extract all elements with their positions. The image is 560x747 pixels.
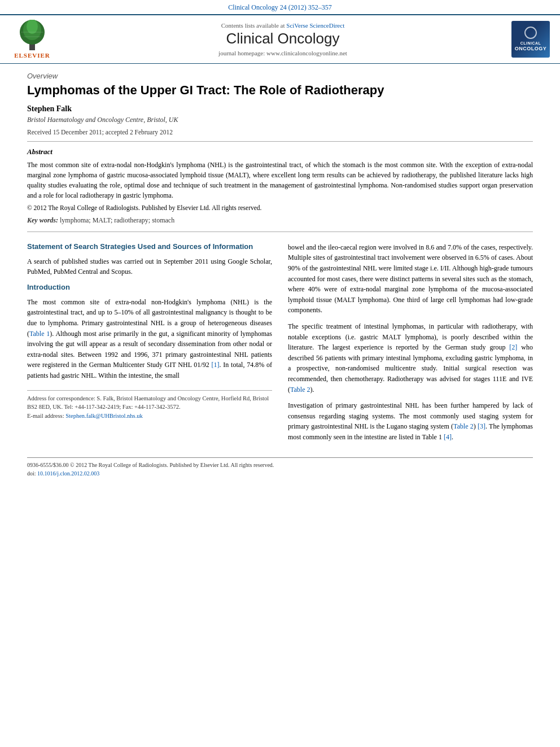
right-para2: The specific treatment of intestinal lym…: [288, 321, 533, 395]
journal-logo-box: Clinical ONCOLOGY: [511, 21, 550, 58]
bottom-left: 0936-6555/$36.00 © 2012 The Royal Colleg…: [27, 461, 274, 478]
elsevier-logo: ELSEVIER: [7, 20, 58, 59]
address-label: Address for correspondence:: [27, 395, 95, 401]
homepage-line: journal homepage: www.clinicaloncologyon…: [63, 50, 502, 56]
email-value[interactable]: Stephen.falk@UHBristol.nhs.uk: [65, 413, 143, 419]
ref3[interactable]: [3]: [478, 422, 485, 430]
bottom-copyright: 0936-6555/$36.00 © 2012 The Royal Colleg…: [27, 461, 274, 469]
main-content: Overview Lymphomas of the Upper GI Tract…: [0, 64, 560, 489]
divider-2: [27, 231, 533, 232]
abstract-text: The most common site of extra-nodal non-…: [27, 160, 533, 200]
top-journal-ref: Clinical Oncology 24 (2012) 352–357: [0, 0, 560, 14]
table1-ref[interactable]: Table 1: [29, 330, 50, 338]
email-label: E-mail address:: [27, 413, 64, 419]
elsevier-tree-icon: [12, 20, 52, 51]
copyright-line: © 2012 The Royal College of Radiologists…: [27, 203, 533, 213]
footnote-area: Address for correspondence: S. Falk, Bri…: [27, 390, 272, 421]
svg-point-3: [27, 20, 38, 34]
right-para3: Investigation of primary gastrointestina…: [288, 400, 533, 442]
journal-title: Clinical Oncology: [63, 30, 502, 47]
section2-para1: The most common site of extra-nodal non-…: [27, 297, 272, 381]
two-column-layout: Statement of Search Strategies Used and …: [27, 242, 533, 448]
footnote-address: Address for correspondence: S. Falk, Bri…: [27, 394, 272, 412]
keywords-values: lymphoma; MALT; radiotherapy; stomach: [60, 216, 174, 224]
doi-label: doi:: [27, 470, 36, 477]
affiliation: Bristol Haematology and Oncology Centre,…: [27, 116, 533, 124]
divider-1: [27, 141, 533, 142]
ref2[interactable]: [2]: [509, 343, 517, 351]
header-center: Contents lists available at SciVerse Sci…: [63, 22, 502, 56]
author-name: Stephen Falk: [27, 104, 533, 113]
keywords-label: Key words:: [27, 216, 58, 224]
journal-logo-right: Clinical ONCOLOGY: [508, 21, 553, 58]
bottom-bar: 0936-6555/$36.00 © 2012 The Royal Colleg…: [27, 457, 533, 478]
logo-circle: [524, 27, 537, 39]
elsevier-label-text: ELSEVIER: [14, 52, 50, 59]
overview-label: Overview: [27, 72, 533, 80]
right-column: bowel and the ileo-caecal region were in…: [288, 242, 533, 448]
section1-text: A search of published studies was carrie…: [27, 256, 272, 277]
footnote-email: E-mail address: Stephen.falk@UHBristol.n…: [27, 412, 272, 421]
section1-heading: Statement of Search Strategies Used and …: [27, 242, 272, 252]
ref4[interactable]: [4]: [444, 433, 452, 441]
article-title: Lymphomas of the Upper GI Tract: The Rol…: [27, 82, 533, 99]
doi-value[interactable]: 10.1016/j.clon.2012.02.003: [37, 470, 99, 477]
keywords-line: Key words: lymphoma; MALT; radiotherapy;…: [27, 216, 533, 225]
journal-header: ELSEVIER Contents lists available at Sci…: [0, 14, 560, 64]
abstract-section: Abstract The most common site of extra-n…: [27, 147, 533, 225]
table2-ref1[interactable]: Table 2: [290, 386, 310, 394]
received-line: Received 15 December 2011; accepted 2 Fe…: [27, 129, 533, 136]
abstract-heading: Abstract: [27, 147, 533, 156]
sciverse-link[interactable]: SciVerse ScienceDirect: [286, 22, 344, 29]
bottom-doi: doi: 10.1016/j.clon.2012.02.003: [27, 469, 274, 478]
sciverse-line: Contents lists available at SciVerse Sci…: [63, 22, 502, 29]
section2-heading: Introduction: [27, 283, 272, 292]
logo-oncology-text: ONCOLOGY: [515, 46, 547, 53]
table2-ref2[interactable]: Table 2: [453, 422, 474, 430]
ref1[interactable]: [1]: [212, 361, 220, 369]
left-column: Statement of Search Strategies Used and …: [27, 242, 272, 448]
right-para1: bowel and the ileo-caecal region were in…: [288, 242, 533, 316]
logo-clinical-text: Clinical: [520, 41, 541, 46]
